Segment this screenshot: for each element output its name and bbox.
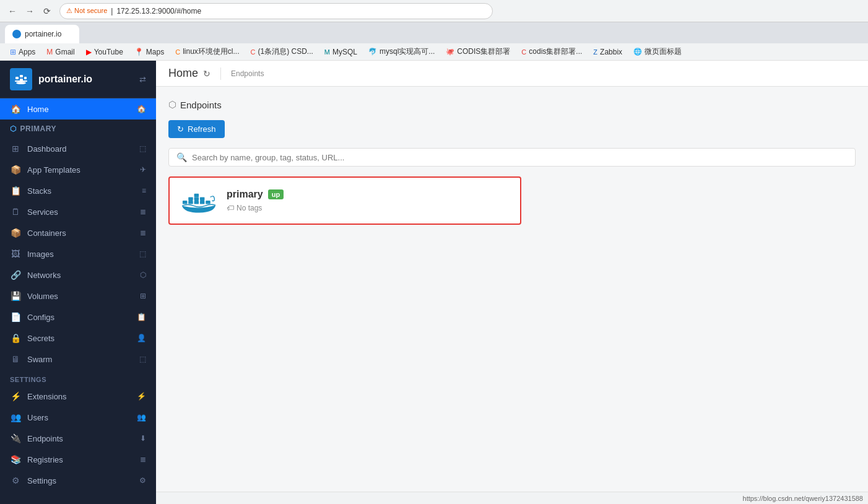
sidebar-item-users[interactable]: 👥 Users 👥	[0, 407, 156, 428]
images-nav-icon: ⬚	[139, 250, 146, 258]
sidebar-item-dashboard[interactable]: ⊞ Dashboard ⬚	[0, 138, 156, 159]
reload-button[interactable]: ⟳	[40, 4, 54, 19]
forward-button[interactable]: →	[22, 4, 37, 19]
bookmark-maps[interactable]: 📍 Maps	[129, 46, 169, 58]
main-content: Home ↻ Endpoints ⬡ Endpoints ↻ Refresh 🔍	[156, 61, 868, 504]
svg-rect-13	[200, 201, 204, 204]
sidebar-item-swarm[interactable]: 🖥 Swarm ⬚	[0, 349, 156, 370]
settings-icon: ⚙	[10, 476, 21, 485]
endpoint-card[interactable]: primary up 🏷 No tags	[168, 176, 521, 225]
templates-icon: 📦	[10, 165, 21, 175]
templates-nav-icon: ✈	[140, 165, 146, 174]
refresh-button[interactable]: ↻ Refresh	[168, 120, 225, 138]
sidebar-item-label: Volumes	[27, 292, 58, 301]
search-icon: 🔍	[176, 152, 187, 162]
sidebar-item-endpoints[interactable]: 🔌 Endpoints ⬇	[0, 428, 156, 449]
sidebar-item-images[interactable]: 🖼 Images ⬚	[0, 243, 156, 264]
svg-point-5	[16, 82, 26, 84]
tab-favicon	[12, 30, 21, 38]
networks-icon: 🔗	[10, 270, 21, 280]
sidebar-logo: portainer.io ⇄	[0, 61, 156, 98]
back-button[interactable]: ←	[5, 4, 20, 19]
networks-nav-icon: ⬡	[140, 271, 146, 279]
containers-nav-icon: ≣	[140, 228, 146, 237]
sidebar-item-stacks[interactable]: 📋 Stacks ≡	[0, 180, 156, 201]
transfer-icon: ⇄	[139, 75, 146, 84]
bookmark-codis[interactable]: 🐙 CODIS集群部署	[441, 45, 515, 59]
search-input[interactable]	[192, 153, 848, 162]
active-tab[interactable]: portainer.io	[5, 25, 79, 43]
sidebar-item-containers[interactable]: 📦 Containers ≣	[0, 222, 156, 243]
sidebar-item-configs[interactable]: 📄 Configs 📋	[0, 306, 156, 328]
address-text: 172.25.13.2:9000/#/home	[116, 7, 201, 15]
sidebar-item-networks[interactable]: 🔗 Networks ⬡	[0, 264, 156, 285]
sidebar-item-settings[interactable]: ⚙ Settings ⚙	[0, 470, 156, 491]
extensions-icon: ⚡	[10, 391, 21, 401]
svg-rect-1	[20, 75, 23, 77]
sidebar-item-secrets[interactable]: 🔒 Secrets 👤	[0, 328, 156, 349]
users-nav-icon: 👥	[137, 413, 146, 422]
primary-label: PRIMARY	[20, 124, 56, 133]
docker-logo	[182, 188, 217, 214]
sidebar-item-volumes[interactable]: 💾 Volumes ⊞	[0, 285, 156, 306]
bookmark-codis2[interactable]: C codis集群部署...	[516, 45, 587, 59]
sidebar-item-home[interactable]: 🏠 Home 🏠	[0, 98, 156, 119]
registries-nav-icon: ≣	[140, 455, 146, 464]
header-refresh-icon[interactable]: ↻	[203, 69, 210, 79]
swarm-nav-icon: ⬚	[139, 355, 146, 363]
browser-toolbar: ← → ⟳ ⚠ Not secure | 172.25.13.2:9000/#/…	[0, 0, 868, 22]
sidebar-item-label: Images	[27, 250, 54, 259]
status-url: https://blog.csdn.net/qweriy1372431588	[743, 495, 863, 502]
bookmark-csdn[interactable]: C (1条消息) CSD...	[246, 45, 318, 59]
svg-rect-6	[183, 201, 187, 204]
status-bar: https://blog.csdn.net/qweriy1372431588	[156, 492, 868, 504]
secrets-nav-icon: 👤	[137, 334, 146, 342]
sidebar-item-label: Swarm	[27, 355, 52, 364]
bookmark-label: (1条消息) CSD...	[258, 46, 313, 57]
bookmark-zabbix[interactable]: Z Zabbix	[588, 46, 627, 58]
bookmark-label: linux环境使用cl...	[183, 46, 239, 57]
sidebar-item-label: Services	[27, 207, 58, 217]
endpoint-name: primary up	[227, 189, 508, 200]
sidebar-item-label: App Templates	[27, 165, 80, 175]
home-active-icon: 🏠	[137, 105, 146, 113]
bookmark-mysql[interactable]: M MySQL	[319, 46, 362, 58]
svg-rect-10	[194, 197, 199, 201]
bookmark-gmail[interactable]: M Gmail	[41, 46, 79, 58]
main-body: ⬡ Endpoints ↻ Refresh 🔍	[156, 87, 868, 492]
tab-title: portainer.io	[25, 30, 61, 38]
containers-icon: 📦	[10, 228, 21, 238]
bookmark-apps[interactable]: ⊞ Apps	[5, 46, 40, 58]
sidebar-item-label: Endpoints	[27, 434, 63, 443]
sidebar-item-app-templates[interactable]: 📦 App Templates ✈	[0, 159, 156, 180]
svg-rect-12	[200, 197, 204, 201]
svg-rect-11	[194, 201, 199, 204]
sidebar-item-registries[interactable]: 📚 Registries ≣	[0, 449, 156, 470]
sidebar: portainer.io ⇄ 🏠 Home 🏠 ⬡ PRIMARY ⊞ Dash…	[0, 61, 156, 504]
refresh-btn-icon: ↻	[177, 124, 184, 134]
bookmark-linux[interactable]: C linux环境使用cl...	[170, 45, 244, 59]
address-bar[interactable]: ⚠ Not secure | 172.25.13.2:9000/#/home	[59, 3, 493, 19]
stacks-nav-icon: ≡	[142, 186, 146, 195]
bookmark-label: mysql实现高可...	[380, 46, 435, 57]
svg-rect-8	[188, 201, 193, 204]
volumes-nav-icon: ⊞	[140, 292, 146, 300]
bookmark-youtube[interactable]: ▶ YouTube	[81, 46, 128, 58]
main-header: Home ↻ Endpoints	[156, 61, 868, 87]
section-header: ⬡ Endpoints	[168, 99, 856, 110]
settings-section-label: SETTINGS	[0, 370, 156, 386]
bookmark-mysql2[interactable]: 🐬 mysql实现高可...	[363, 45, 440, 59]
endpoint-info: primary up 🏷 No tags	[227, 189, 508, 212]
sidebar-item-label: Settings	[27, 476, 56, 485]
bookmark-weipage[interactable]: 🌐 微页面标题	[628, 45, 687, 59]
extensions-nav-icon: ⚡	[137, 392, 146, 401]
home-icon: 🏠	[10, 104, 21, 114]
dashboard-icon: ⊞	[10, 144, 21, 154]
browser-tabs: portainer.io	[0, 22, 868, 43]
sidebar-item-label: Networks	[27, 271, 61, 280]
sidebar-item-services[interactable]: 🗒 Services ≣	[0, 201, 156, 222]
sidebar-item-label: Dashboard	[27, 144, 67, 154]
sidebar-item-extensions[interactable]: ⚡ Extensions ⚡	[0, 386, 156, 407]
refresh-btn-label: Refresh	[188, 124, 216, 134]
bookmark-label: Apps	[19, 48, 35, 56]
